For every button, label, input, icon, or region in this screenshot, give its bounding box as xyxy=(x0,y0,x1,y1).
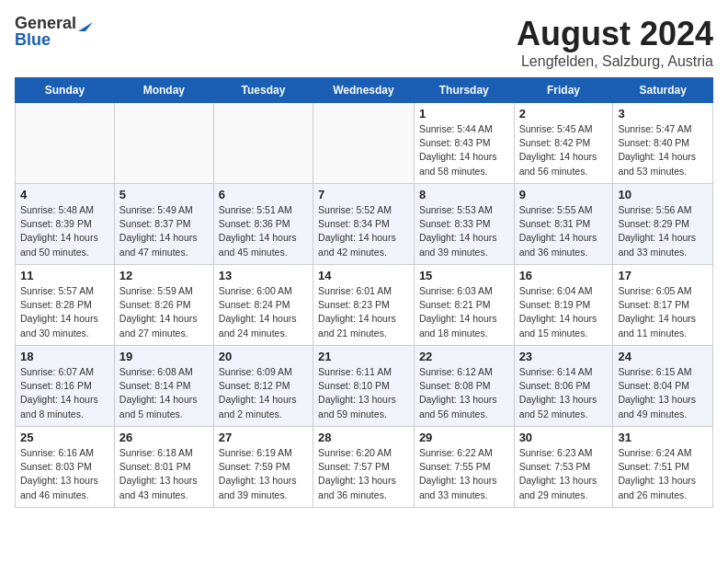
day-number: 28 xyxy=(318,431,409,444)
day-number: 16 xyxy=(519,269,609,282)
page-title: August 2024 xyxy=(517,15,713,53)
calendar-cell: 28Sunrise: 6:20 AM Sunset: 7:57 PM Dayli… xyxy=(313,427,415,508)
calendar-header-row: SundayMondayTuesdayWednesdayThursdayFrid… xyxy=(16,78,713,103)
day-info: Sunrise: 5:59 AM Sunset: 8:26 PM Dayligh… xyxy=(119,284,209,340)
day-number: 9 xyxy=(519,188,609,201)
day-number: 14 xyxy=(318,269,409,282)
calendar-cell: 13Sunrise: 6:00 AM Sunset: 8:24 PM Dayli… xyxy=(213,265,313,346)
day-number: 13 xyxy=(219,269,308,282)
calendar-cell: 19Sunrise: 6:08 AM Sunset: 8:14 PM Dayli… xyxy=(114,346,213,427)
calendar-body: 1Sunrise: 5:44 AM Sunset: 8:43 PM Daylig… xyxy=(16,103,713,508)
day-number: 18 xyxy=(20,350,109,363)
calendar-day-header: Tuesday xyxy=(213,78,313,103)
day-info: Sunrise: 6:09 AM Sunset: 8:12 PM Dayligh… xyxy=(219,365,308,421)
svg-marker-0 xyxy=(78,22,93,31)
logo-bird-icon xyxy=(78,15,93,31)
day-info: Sunrise: 6:01 AM Sunset: 8:23 PM Dayligh… xyxy=(318,284,409,340)
calendar-cell: 11Sunrise: 5:57 AM Sunset: 8:28 PM Dayli… xyxy=(16,265,115,346)
calendar-cell: 10Sunrise: 5:56 AM Sunset: 8:29 PM Dayli… xyxy=(613,184,713,265)
calendar-week-row: 25Sunrise: 6:16 AM Sunset: 8:03 PM Dayli… xyxy=(16,427,713,508)
day-number: 4 xyxy=(20,188,109,201)
calendar-cell: 6Sunrise: 5:51 AM Sunset: 8:36 PM Daylig… xyxy=(213,184,313,265)
day-info: Sunrise: 6:14 AM Sunset: 8:06 PM Dayligh… xyxy=(519,365,609,421)
day-number: 19 xyxy=(119,350,209,363)
day-info: Sunrise: 6:12 AM Sunset: 8:08 PM Dayligh… xyxy=(419,365,509,421)
day-number: 10 xyxy=(618,188,708,201)
day-info: Sunrise: 5:47 AM Sunset: 8:40 PM Dayligh… xyxy=(618,122,708,178)
day-number: 24 xyxy=(618,350,708,363)
day-number: 31 xyxy=(618,431,708,444)
day-info: Sunrise: 6:11 AM Sunset: 8:10 PM Dayligh… xyxy=(318,365,409,421)
calendar-cell xyxy=(16,103,115,184)
calendar-cell: 27Sunrise: 6:19 AM Sunset: 7:59 PM Dayli… xyxy=(213,427,313,508)
calendar-cell: 9Sunrise: 5:55 AM Sunset: 8:31 PM Daylig… xyxy=(514,184,613,265)
calendar-day-header: Friday xyxy=(514,78,613,103)
calendar-cell: 18Sunrise: 6:07 AM Sunset: 8:16 PM Dayli… xyxy=(16,346,115,427)
calendar-day-header: Saturday xyxy=(613,78,713,103)
day-info: Sunrise: 6:04 AM Sunset: 8:19 PM Dayligh… xyxy=(519,284,609,340)
calendar-cell: 24Sunrise: 6:15 AM Sunset: 8:04 PM Dayli… xyxy=(613,346,713,427)
day-info: Sunrise: 5:48 AM Sunset: 8:39 PM Dayligh… xyxy=(20,203,109,259)
day-info: Sunrise: 6:00 AM Sunset: 8:24 PM Dayligh… xyxy=(219,284,308,340)
day-number: 1 xyxy=(419,107,509,121)
day-number: 29 xyxy=(419,431,509,444)
day-number: 26 xyxy=(119,431,209,444)
logo-blue-text: Blue xyxy=(15,31,51,48)
day-number: 20 xyxy=(219,350,308,363)
day-info: Sunrise: 6:05 AM Sunset: 8:17 PM Dayligh… xyxy=(618,284,708,340)
day-info: Sunrise: 5:44 AM Sunset: 8:43 PM Dayligh… xyxy=(419,122,509,178)
calendar-cell: 1Sunrise: 5:44 AM Sunset: 8:43 PM Daylig… xyxy=(414,103,514,184)
title-section: August 2024 Lengfelden, Salzburg, Austri… xyxy=(517,15,713,70)
calendar-cell xyxy=(313,103,415,184)
day-info: Sunrise: 5:45 AM Sunset: 8:42 PM Dayligh… xyxy=(519,122,609,178)
calendar-cell: 5Sunrise: 5:49 AM Sunset: 8:37 PM Daylig… xyxy=(114,184,213,265)
calendar-cell: 15Sunrise: 6:03 AM Sunset: 8:21 PM Dayli… xyxy=(414,265,514,346)
day-info: Sunrise: 6:24 AM Sunset: 7:51 PM Dayligh… xyxy=(618,446,708,502)
calendar-cell: 21Sunrise: 6:11 AM Sunset: 8:10 PM Dayli… xyxy=(313,346,415,427)
calendar-week-row: 18Sunrise: 6:07 AM Sunset: 8:16 PM Dayli… xyxy=(16,346,713,427)
day-number: 17 xyxy=(618,269,708,282)
calendar-day-header: Thursday xyxy=(414,78,514,103)
logo: General Blue xyxy=(15,15,93,48)
day-info: Sunrise: 5:55 AM Sunset: 8:31 PM Dayligh… xyxy=(519,203,609,259)
day-info: Sunrise: 6:16 AM Sunset: 8:03 PM Dayligh… xyxy=(20,446,109,502)
logo-general-text: General xyxy=(15,15,76,31)
day-info: Sunrise: 5:51 AM Sunset: 8:36 PM Dayligh… xyxy=(219,203,308,259)
day-number: 5 xyxy=(119,188,209,201)
calendar-cell: 26Sunrise: 6:18 AM Sunset: 8:01 PM Dayli… xyxy=(114,427,213,508)
calendar-cell xyxy=(213,103,313,184)
day-number: 7 xyxy=(318,188,409,201)
calendar-cell: 2Sunrise: 5:45 AM Sunset: 8:42 PM Daylig… xyxy=(514,103,613,184)
calendar-cell: 29Sunrise: 6:22 AM Sunset: 7:55 PM Dayli… xyxy=(414,427,514,508)
day-number: 25 xyxy=(20,431,109,444)
page-header: General Blue August 2024 Lengfelden, Sal… xyxy=(15,15,713,70)
day-info: Sunrise: 6:18 AM Sunset: 8:01 PM Dayligh… xyxy=(119,446,209,502)
day-number: 11 xyxy=(20,269,109,282)
day-number: 30 xyxy=(519,431,609,444)
day-number: 27 xyxy=(219,431,308,444)
calendar-cell xyxy=(114,103,213,184)
calendar-cell: 22Sunrise: 6:12 AM Sunset: 8:08 PM Dayli… xyxy=(414,346,514,427)
day-info: Sunrise: 6:22 AM Sunset: 7:55 PM Dayligh… xyxy=(419,446,509,502)
day-number: 8 xyxy=(419,188,509,201)
calendar-cell: 17Sunrise: 6:05 AM Sunset: 8:17 PM Dayli… xyxy=(613,265,713,346)
day-number: 6 xyxy=(219,188,308,201)
day-number: 2 xyxy=(519,107,609,121)
day-info: Sunrise: 6:08 AM Sunset: 8:14 PM Dayligh… xyxy=(119,365,209,421)
calendar-cell: 3Sunrise: 5:47 AM Sunset: 8:40 PM Daylig… xyxy=(613,103,713,184)
calendar-cell: 25Sunrise: 6:16 AM Sunset: 8:03 PM Dayli… xyxy=(16,427,115,508)
day-info: Sunrise: 5:49 AM Sunset: 8:37 PM Dayligh… xyxy=(119,203,209,259)
day-info: Sunrise: 5:53 AM Sunset: 8:33 PM Dayligh… xyxy=(419,203,509,259)
calendar-cell: 14Sunrise: 6:01 AM Sunset: 8:23 PM Dayli… xyxy=(313,265,415,346)
calendar-cell: 4Sunrise: 5:48 AM Sunset: 8:39 PM Daylig… xyxy=(16,184,115,265)
calendar-cell: 7Sunrise: 5:52 AM Sunset: 8:34 PM Daylig… xyxy=(313,184,415,265)
day-info: Sunrise: 6:19 AM Sunset: 7:59 PM Dayligh… xyxy=(219,446,308,502)
calendar-week-row: 11Sunrise: 5:57 AM Sunset: 8:28 PM Dayli… xyxy=(16,265,713,346)
day-info: Sunrise: 5:56 AM Sunset: 8:29 PM Dayligh… xyxy=(618,203,708,259)
calendar-cell: 31Sunrise: 6:24 AM Sunset: 7:51 PM Dayli… xyxy=(613,427,713,508)
day-info: Sunrise: 5:57 AM Sunset: 8:28 PM Dayligh… xyxy=(20,284,109,340)
calendar-cell: 20Sunrise: 6:09 AM Sunset: 8:12 PM Dayli… xyxy=(213,346,313,427)
day-number: 12 xyxy=(119,269,209,282)
day-info: Sunrise: 5:52 AM Sunset: 8:34 PM Dayligh… xyxy=(318,203,409,259)
calendar-day-header: Wednesday xyxy=(313,78,415,103)
